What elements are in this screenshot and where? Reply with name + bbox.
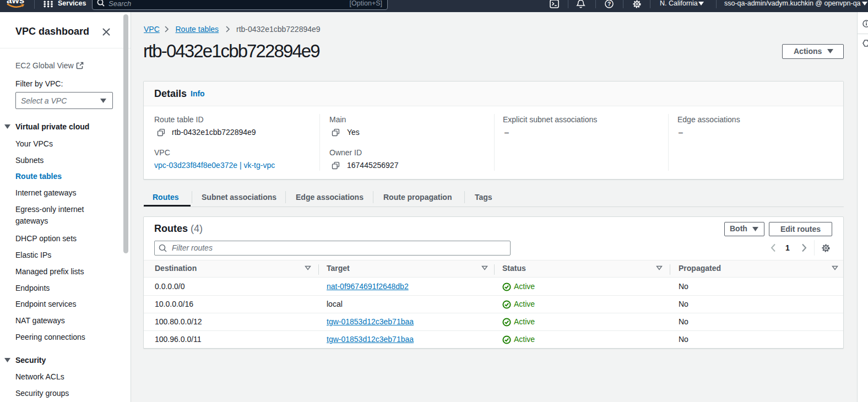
svg-text:?: ? <box>607 1 611 7</box>
